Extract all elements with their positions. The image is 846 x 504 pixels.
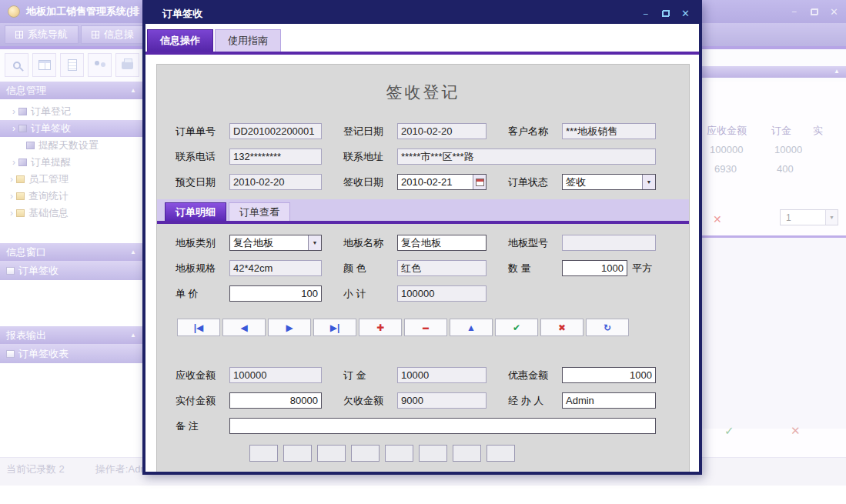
bottom-button[interactable] — [317, 445, 346, 462]
field-label: 经 办 人 — [508, 394, 562, 408]
bottom-button[interactable] — [487, 445, 515, 462]
bottom-button[interactable] — [283, 445, 312, 462]
nav-cancel-button[interactable]: ✖ — [540, 319, 584, 336]
restore-icon[interactable] — [662, 10, 670, 17]
bottom-button[interactable] — [453, 445, 481, 462]
next-icon: ▶ — [286, 322, 293, 333]
bottom-button-row — [249, 445, 670, 462]
due-date-field: 2010-02-20 — [229, 174, 322, 190]
field-label: 备 注 — [176, 419, 229, 433]
field-label: 订单单号 — [176, 125, 229, 139]
bottom-button[interactable] — [385, 445, 413, 462]
field-label: 客户名称 — [508, 125, 562, 139]
field-label: 优惠金额 — [508, 369, 562, 382]
tab-user-guide[interactable]: 使用指南 — [215, 29, 281, 52]
field-label: 订单状态 — [508, 175, 562, 189]
cross-icon: ✖ — [558, 322, 566, 333]
form-row: 地板规格 42*42cm 颜 色 红色 数 量 1000 平方 — [176, 260, 670, 276]
plus-icon: ✚ — [376, 322, 384, 333]
bottom-button[interactable] — [419, 445, 447, 462]
phone-field: 132******** — [229, 149, 322, 165]
floor-spec-field: 42*42cm — [229, 260, 322, 276]
field-label: 小 计 — [343, 287, 397, 301]
floor-model-field — [562, 235, 656, 251]
form-row: 预交日期 2010-02-20 签收日期 2010-02-21 订单状态 签收 … — [176, 174, 670, 190]
floor-category-select[interactable]: 复合地板 ▼ — [229, 235, 322, 251]
field-label: 登记日期 — [343, 125, 397, 139]
form-row: 地板类别 复合地板 ▼ 地板名称 复合地板 地板型号 — [176, 235, 670, 251]
nav-refresh-button[interactable]: ↻ — [586, 319, 629, 336]
nav-insert-button[interactable]: ✚ — [359, 319, 402, 336]
form-heading: 签收登记 — [176, 82, 670, 103]
form-row: 订单单号 DD201002200001 登记日期 2010-02-20 客户名称… — [176, 123, 670, 139]
field-label: 应收金额 — [176, 369, 229, 382]
deposit-field: 10000 — [397, 367, 487, 383]
nav-delete-button[interactable]: ▬ — [404, 319, 447, 336]
field-label: 实付金额 — [176, 394, 229, 408]
order-signoff-dialog: 订单签收 － ✕ 信息操作 使用指南 签收登记 订单单号 DD201002200… — [142, 0, 702, 475]
form-row: 备 注 — [176, 418, 670, 434]
tab-order-detail[interactable]: 订单明细 — [165, 202, 226, 221]
close-icon[interactable]: ✕ — [681, 8, 690, 19]
prior-icon: ◀ — [240, 322, 247, 333]
field-label: 颜 色 — [343, 262, 397, 275]
field-label: 地板名称 — [343, 236, 397, 250]
field-label: 欠收金额 — [343, 394, 397, 408]
refresh-icon: ↻ — [604, 322, 611, 333]
floor-category-value: 复合地板 — [233, 236, 273, 250]
nav-edit-button[interactable]: ▲ — [450, 319, 493, 336]
form-row: 联系电话 132******** 联系地址 *****市***区***路 — [176, 149, 670, 165]
nav-post-button[interactable]: ✔ — [495, 319, 538, 336]
nav-first-button[interactable]: |◀ — [177, 319, 220, 336]
address-field: *****市***区***路 — [397, 149, 656, 165]
subtotal-field: 100000 — [397, 285, 487, 302]
owed-field: 9000 — [397, 392, 487, 409]
dialog-title: 订单签收 — [162, 7, 202, 21]
reg-date-field: 2010-02-20 — [397, 123, 487, 139]
last-icon: ▶| — [330, 322, 340, 333]
tab-order-view[interactable]: 订单查看 — [229, 202, 290, 221]
order-no-field: DD201002200001 — [229, 123, 322, 139]
detail-tabs: 订单明细 订单查看 — [157, 199, 689, 224]
edit-icon: ▲ — [466, 322, 476, 333]
first-icon: |◀ — [194, 322, 204, 333]
tab-info-operation[interactable]: 信息操作 — [147, 29, 213, 52]
unit-price-input[interactable]: 100 — [229, 285, 322, 302]
field-label: 联系电话 — [176, 150, 229, 164]
floor-name-input[interactable]: 复合地板 — [397, 235, 487, 251]
calendar-button[interactable] — [473, 175, 486, 189]
calendar-icon — [476, 179, 484, 186]
paid-input[interactable]: 80000 — [229, 392, 322, 409]
form-row: 单 价 100 小 计 100000 — [176, 285, 670, 302]
handler-input[interactable]: Admin — [562, 392, 656, 409]
dialog-titlebar: 订单签收 － ✕ — [145, 3, 699, 24]
check-icon: ✔ — [513, 322, 520, 333]
nav-last-button[interactable]: ▶| — [313, 319, 356, 336]
chevron-down-icon[interactable]: ▼ — [642, 175, 655, 189]
minus-icon: ▬ — [423, 324, 429, 331]
record-navigator: |◀ ◀ ▶ ▶| ✚ ▬ ▲ ✔ ✖ ↻ — [177, 319, 670, 336]
minimize-icon[interactable]: － — [640, 7, 650, 21]
remark-input[interactable] — [229, 418, 656, 434]
nav-next-button[interactable]: ▶ — [268, 319, 311, 336]
customer-field: ***地板销售 — [562, 123, 656, 139]
dialog-tabs: 信息操作 使用指南 — [145, 24, 699, 52]
nav-prior-button[interactable]: ◀ — [222, 319, 266, 336]
sign-date-field[interactable]: 2010-02-21 — [397, 174, 487, 190]
field-label: 预交日期 — [176, 175, 229, 189]
chevron-down-icon[interactable]: ▼ — [308, 235, 321, 250]
field-label: 联系地址 — [343, 150, 397, 164]
quantity-input[interactable]: 1000 — [562, 260, 627, 276]
bottom-button[interactable] — [351, 445, 380, 462]
dialog-controls: － ✕ — [640, 7, 690, 21]
bottom-button[interactable] — [249, 445, 278, 462]
dialog-body: 签收登记 订单单号 DD201002200001 登记日期 2010-02-20… — [145, 55, 699, 472]
order-status-select[interactable]: 签收 ▼ — [562, 174, 656, 190]
form-row: 应收金额 100000 订 金 10000 优惠金额 1000 — [176, 367, 670, 383]
field-label: 数 量 — [508, 262, 562, 275]
discount-input[interactable]: 1000 — [562, 367, 656, 383]
order-status-value: 签收 — [566, 175, 586, 189]
field-label: 订 金 — [343, 369, 397, 382]
form-row: 实付金额 80000 欠收金额 9000 经 办 人 Admin — [176, 392, 670, 409]
field-label: 地板类别 — [176, 236, 229, 250]
